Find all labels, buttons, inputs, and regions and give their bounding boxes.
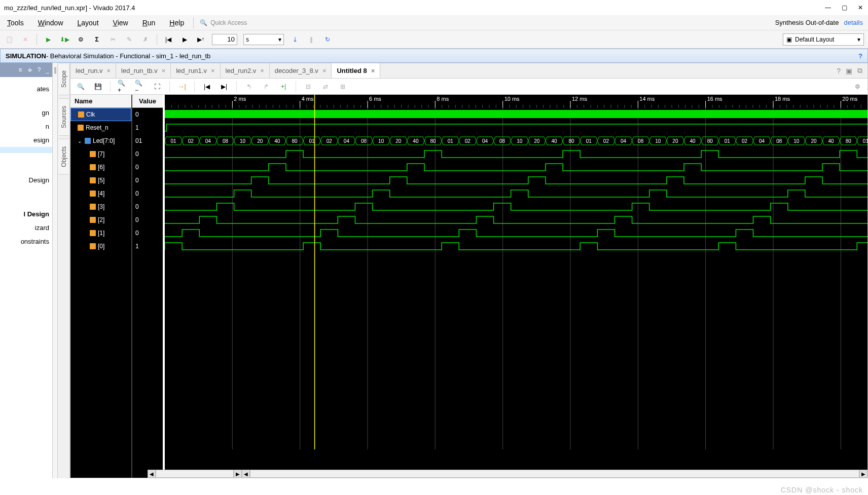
search-icon[interactable]: 🔍 — [76, 82, 86, 92]
details-link[interactable]: details — [844, 19, 863, 26]
scroll-left-icon[interactable]: ◀ — [148, 470, 156, 478]
svg-text:10 ms: 10 ms — [504, 96, 520, 102]
layout-select[interactable]: ▣ Default Layout ▾ — [783, 33, 864, 46]
menu-view[interactable]: View — [106, 19, 135, 27]
menu-help[interactable]: Help — [162, 19, 191, 27]
run-icon[interactable]: ▶ — [43, 34, 53, 45]
quick-access-search[interactable]: 🔍 Quick Access — [196, 19, 338, 26]
menu-layout[interactable]: Layout — [70, 19, 106, 27]
add-marker-icon[interactable]: +| — [278, 82, 288, 92]
relaunch-icon[interactable]: ↻ — [322, 34, 333, 45]
play-icon[interactable]: ▶ — [179, 34, 190, 45]
prev-transition-icon[interactable]: |◀ — [202, 82, 212, 92]
signal-row[interactable]: [7] — [70, 147, 131, 161]
next-transition-icon[interactable]: ▶| — [219, 82, 229, 92]
close-tab-icon[interactable]: × — [106, 67, 111, 74]
menu-run[interactable]: Run — [135, 19, 163, 27]
signal-row[interactable]: ⌄Led[7:0] — [70, 134, 131, 147]
vtab-scope[interactable]: Scope — [59, 63, 69, 95]
file-tab-label: decoder_3_8.v — [275, 67, 318, 74]
goto-cursor-icon[interactable]: →| — [177, 82, 187, 92]
splitter-handle[interactable] — [53, 63, 58, 478]
maximize-panel-icon[interactable]: ▣ — [846, 67, 852, 75]
wave-hscroll[interactable]: ◀ ▶ — [242, 470, 867, 478]
file-tab[interactable]: led_run.v× — [70, 63, 116, 78]
flow-nav-item[interactable]: ates — [0, 82, 52, 96]
signal-value: 01 — [132, 134, 163, 147]
signal-row[interactable]: Clk — [70, 108, 131, 121]
help-icon[interactable]: ? — [38, 66, 41, 73]
tab-actions: ? ▣ ⧉ — [831, 63, 867, 78]
scroll-right-icon[interactable]: ▶ — [234, 470, 242, 478]
close-tab-icon[interactable]: × — [162, 67, 166, 74]
signal-row[interactable]: Reset_n — [70, 121, 131, 134]
time-unit-select[interactable]: s ▾ — [243, 34, 284, 45]
flow-nav-item[interactable]: l Design — [0, 207, 52, 221]
signal-row[interactable]: [6] — [70, 161, 131, 174]
flow-nav-item[interactable]: gn — [0, 106, 52, 120]
signal-row[interactable]: [4] — [70, 187, 131, 200]
zoom-in-icon[interactable]: 🔍+ — [118, 82, 128, 92]
close-tab-icon[interactable]: × — [260, 67, 264, 74]
close-tab-icon[interactable]: × — [322, 67, 327, 74]
flow-nav-item[interactable]: esign — [0, 133, 52, 147]
signal-icon — [90, 204, 96, 210]
step-icon[interactable]: ⤓ — [290, 34, 300, 45]
scroll-track[interactable] — [156, 470, 234, 478]
signal-row[interactable]: [5] — [70, 174, 131, 187]
expand-icon[interactable]: ≑ — [27, 66, 32, 73]
save-icon[interactable]: 💾 — [93, 82, 103, 92]
collapse-icon[interactable]: ≡ — [19, 66, 22, 73]
menu-tools[interactable]: Tools — [0, 19, 31, 27]
file-tab[interactable]: decoder_3_8.v× — [270, 63, 332, 78]
signal-name: [7] — [98, 150, 104, 158]
help-icon[interactable]: ? — [858, 52, 862, 60]
vtab-objects[interactable]: Objects — [59, 139, 69, 175]
flow-nav-item[interactable]: n — [0, 120, 52, 133]
signal-name: [4] — [98, 190, 104, 197]
menu-window[interactable]: Window — [31, 19, 70, 27]
close-tab-icon[interactable]: × — [371, 67, 375, 74]
restore-panel-icon[interactable]: ⧉ — [857, 66, 862, 75]
signal-row[interactable]: [1] — [70, 226, 131, 240]
flow-nav-item[interactable]: onstraints — [0, 235, 52, 248]
flow-nav-item[interactable] — [0, 147, 52, 153]
minimize-icon[interactable]: _ — [46, 66, 49, 73]
help-icon[interactable]: ? — [837, 67, 841, 75]
synth-icon[interactable]: ⬇▶ — [59, 34, 69, 45]
zoom-out-icon[interactable]: 🔍− — [135, 82, 145, 92]
vtab-sources[interactable]: Sources — [59, 98, 69, 136]
flow-nav-item[interactable]: izard — [0, 221, 52, 235]
scroll-right-icon[interactable]: ▶ — [859, 470, 867, 478]
svg-text:2 ms: 2 ms — [234, 96, 246, 102]
run-for-icon[interactable]: ▶T — [196, 34, 206, 45]
scroll-track[interactable] — [250, 470, 859, 478]
file-tab[interactable]: Untitled 8× — [332, 63, 380, 78]
close-tab-icon[interactable]: × — [211, 67, 215, 74]
maximize-icon[interactable]: ▢ — [841, 4, 848, 11]
file-tab[interactable]: led_run_tb.v× — [116, 63, 171, 78]
svg-text:04: 04 — [759, 138, 765, 144]
gear-icon[interactable]: ⚙ — [852, 82, 862, 92]
svg-text:18 ms: 18 ms — [775, 96, 790, 102]
sigma-icon[interactable]: Σ — [92, 34, 102, 45]
waveform-area[interactable]: 4.433098456 ms 2 ms4 ms6 ms8 ms10 ms12 m… — [165, 95, 867, 478]
signal-row[interactable]: [3] — [70, 200, 131, 213]
minimize-icon[interactable]: — — [824, 4, 831, 11]
file-tab[interactable]: led_run2.v× — [221, 63, 270, 78]
flow-nav-item[interactable]: Design — [0, 173, 52, 187]
settings-icon[interactable]: ⚙ — [76, 34, 86, 45]
signal-row[interactable]: [0] — [70, 240, 131, 253]
name-hscroll[interactable]: ◀ ▶ — [148, 470, 242, 478]
svg-text:20: 20 — [395, 138, 402, 144]
file-tab[interactable]: led_run1.v× — [171, 63, 220, 78]
restart-icon[interactable]: |◀ — [163, 34, 173, 45]
time-value-input[interactable] — [212, 34, 237, 45]
svg-text:20 ms: 20 ms — [842, 96, 857, 102]
signal-row[interactable]: [2] — [70, 213, 131, 226]
svg-text:10: 10 — [240, 138, 246, 144]
zoom-fit-icon[interactable]: ⛶ — [152, 82, 162, 92]
chevron-down-icon[interactable]: ⌄ — [78, 138, 82, 144]
close-icon[interactable]: ✕ — [857, 4, 864, 11]
scroll-left-icon[interactable]: ◀ — [242, 470, 250, 478]
